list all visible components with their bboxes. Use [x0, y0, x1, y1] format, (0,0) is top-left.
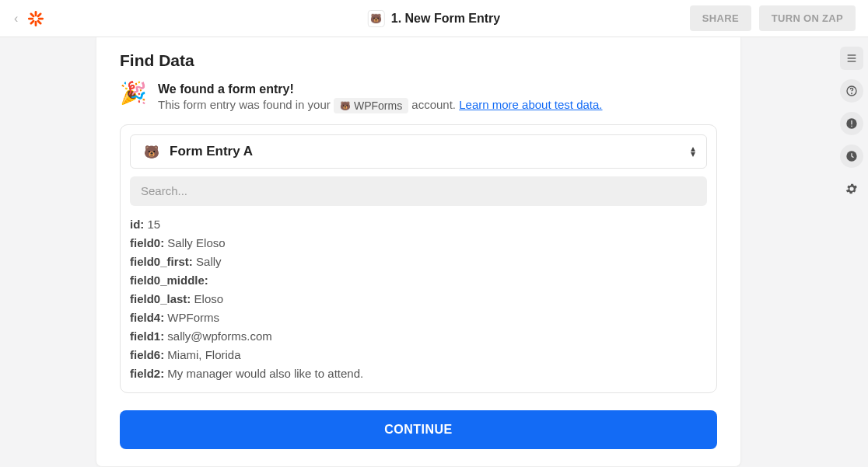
field-key: field0_middle: [130, 274, 208, 287]
form-entry-selector[interactable]: 🐻 Form Entry A ▴▾ [130, 134, 707, 169]
learn-more-link[interactable]: Learn more about test data. [459, 98, 602, 111]
svg-rect-2 [28, 17, 33, 19]
field-row: field4: WPForms [130, 308, 707, 327]
sort-icon: ▴▾ [691, 146, 695, 157]
field-row: field0_last: Eloso [130, 290, 707, 308]
form-entry-label: Form Entry A [170, 144, 253, 159]
header-left: ‹ [12, 10, 44, 27]
turn-on-zap-button[interactable]: TURN ON ZAP [759, 5, 856, 31]
zapier-logo-icon[interactable] [27, 10, 44, 27]
svg-rect-14 [851, 120, 852, 124]
field-key: field0: [130, 236, 164, 249]
svg-point-12 [852, 93, 852, 94]
editor-canvas: Find Data 🎉 We found a form entry! This … [0, 37, 868, 467]
share-button[interactable]: SHARE [690, 5, 751, 31]
field-row: field0_middle: [130, 271, 707, 290]
svg-rect-4 [37, 12, 42, 17]
svg-rect-7 [37, 19, 42, 24]
step-title: 1. New Form Entry [391, 12, 500, 26]
account-tag: 🐻 WPForms [334, 98, 408, 113]
right-rail [835, 37, 868, 200]
header-center: 🐻 1. New Form Entry [368, 10, 500, 27]
field-value: WPForms [167, 311, 219, 324]
field-list: id: 15 field0: Sally Eloso field0_first:… [130, 215, 707, 383]
field-row: field6: Miami, Florida [130, 346, 707, 364]
wpforms-mini-icon: 🐻 [340, 101, 351, 111]
svg-rect-6 [30, 12, 35, 17]
gear-icon[interactable] [840, 177, 863, 200]
search-row [130, 176, 707, 206]
svg-rect-0 [35, 10, 37, 16]
field-row: field1: sally@wpforms.com [130, 327, 707, 346]
history-icon[interactable] [840, 145, 863, 168]
alert-icon[interactable] [840, 112, 863, 135]
form-entry-icon: 🐻 [142, 143, 162, 160]
svg-rect-1 [35, 20, 37, 26]
field-key: id: [130, 218, 144, 231]
field-value: 15 [148, 218, 161, 231]
field-key: field4: [130, 311, 164, 324]
field-key: field0_last: [130, 292, 191, 305]
field-row: field0_first: Sally [130, 253, 707, 271]
field-row: field2: My manager would also like to at… [130, 364, 707, 383]
svg-point-15 [851, 126, 852, 127]
svg-rect-3 [38, 17, 44, 19]
account-tag-label: WPForms [354, 99, 402, 112]
field-value: My manager would also like to attend. [167, 367, 363, 380]
field-value: Sally [196, 255, 222, 268]
field-row: id: 15 [130, 215, 707, 234]
field-key: field2: [130, 367, 164, 380]
found-title: We found a form entry! [158, 82, 603, 96]
outline-icon[interactable] [840, 47, 863, 70]
found-sub-suffix: account. [411, 98, 456, 111]
field-row: field0: Sally Eloso [130, 234, 707, 253]
field-value: Sally Eloso [167, 236, 225, 249]
field-key: field1: [130, 329, 164, 343]
header-right: SHARE TURN ON ZAP [690, 5, 856, 31]
test-data-card: 🐻 Form Entry A ▴▾ id: 15 field0: Sally E… [120, 124, 717, 393]
section-title: Find Data [120, 51, 717, 70]
wpforms-app-icon: 🐻 [368, 10, 385, 27]
found-banner: 🎉 We found a form entry! This form entry… [120, 82, 717, 113]
field-value: sally@wpforms.com [167, 329, 271, 343]
found-sub-prefix: This form entry was found in your [158, 98, 331, 111]
svg-rect-5 [30, 19, 35, 24]
continue-button[interactable]: CONTINUE [120, 410, 717, 449]
back-chevron-icon[interactable]: ‹ [12, 11, 19, 26]
party-popper-icon: 🎉 [120, 82, 147, 113]
help-icon[interactable] [840, 79, 863, 103]
field-key: field0_first: [130, 255, 193, 268]
app-header: ‹ 🐻 1. New Form Entry SHARE TURN ON ZAP [0, 0, 868, 37]
search-input[interactable] [141, 184, 696, 197]
field-value: Miami, Florida [167, 348, 240, 361]
field-key: field6: [130, 348, 164, 361]
step-panel: Find Data 🎉 We found a form entry! This … [96, 37, 741, 467]
found-subtitle: This form entry was found in your 🐻 WPFo… [158, 98, 603, 113]
field-value: Eloso [194, 292, 224, 305]
